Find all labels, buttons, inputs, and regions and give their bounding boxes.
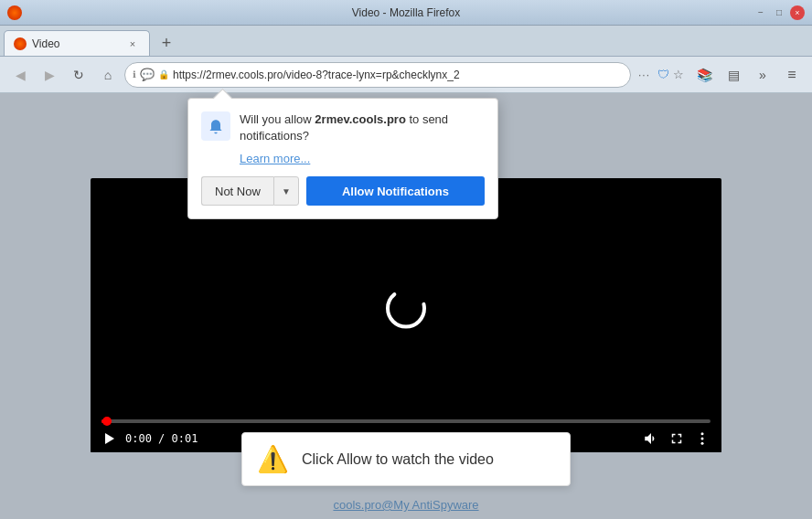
minimize-button[interactable]: − — [753, 5, 768, 20]
tab-close-button[interactable]: × — [125, 37, 140, 51]
tabbar: Video × + — [0, 26, 812, 57]
fullscreen-button[interactable] — [668, 430, 685, 447]
tab-label: Video — [32, 37, 120, 50]
menu-button[interactable]: ≡ — [779, 62, 805, 88]
sidebar-icon[interactable]: ▤ — [721, 62, 746, 88]
toolbar-right: 📚 ▤ » ≡ — [691, 62, 805, 88]
extensions-icon[interactable]: » — [750, 62, 775, 88]
loading-spinner — [383, 286, 429, 335]
not-now-dropdown-button[interactable]: ▼ — [273, 176, 299, 206]
reload-button[interactable]: ↻ — [66, 62, 91, 88]
active-tab[interactable]: Video × — [4, 30, 150, 56]
play-button[interactable] — [102, 431, 116, 446]
window-title: Video - Mozilla Firefox — [352, 6, 461, 19]
popup-header: Will you allow 2rmev.cools.pro to send n… — [201, 111, 485, 144]
navbar: ◀ ▶ ↻ ⌂ ℹ 💬 🔒 https://2rmev.cools.pro/vi… — [0, 57, 812, 93]
titlebar-controls: − □ × — [753, 5, 805, 20]
url-text: https://2rmev.cools.pro/video-8?trace-ly… — [173, 69, 623, 81]
home-button[interactable]: ⌂ — [95, 62, 121, 88]
notification-popup: Will you allow 2rmev.cools.pro to send n… — [187, 98, 498, 219]
more-options-button[interactable] — [694, 430, 710, 447]
progress-dot — [102, 417, 112, 426]
page-content: Will you allow 2rmev.cools.pro to send n… — [0, 93, 812, 519]
allow-notifications-button[interactable]: Allow Notifications — [306, 176, 485, 206]
notification-bell-icon — [201, 111, 230, 141]
message-icon: 💬 — [140, 68, 155, 81]
warning-icon: ⚠️ — [257, 444, 289, 474]
not-now-button[interactable]: Not Now — [201, 176, 273, 206]
close-button[interactable]: × — [790, 5, 805, 20]
controls-right — [643, 430, 710, 447]
tab-favicon-icon — [14, 37, 27, 50]
svg-marker-1 — [105, 433, 114, 444]
new-tab-button[interactable]: + — [154, 30, 179, 56]
svg-point-4 — [701, 442, 704, 445]
shield-icon[interactable]: 🛡 — [657, 68, 669, 81]
info-icon: ℹ — [133, 69, 136, 79]
maximize-button[interactable]: □ — [772, 5, 786, 20]
volume-button[interactable] — [643, 430, 659, 447]
bookmark-icon[interactable]: ☆ — [673, 68, 684, 81]
titlebar: Video - Mozilla Firefox − □ × — [0, 0, 812, 26]
click-allow-banner: ⚠️ Click Allow to watch the video — [241, 432, 571, 486]
popup-buttons: Not Now ▼ Allow Notifications — [201, 176, 485, 206]
progress-bar[interactable] — [102, 419, 710, 423]
svg-point-2 — [701, 432, 704, 435]
firefox-logo-icon — [7, 5, 22, 20]
titlebar-left — [7, 5, 29, 20]
footer-link[interactable]: cools.pro@My AntiSpyware — [333, 498, 478, 512]
banner-text: Click Allow to watch the video — [302, 451, 494, 468]
forward-button[interactable]: ▶ — [37, 62, 62, 88]
lock-icon: 🔒 — [158, 69, 169, 79]
svg-point-0 — [388, 291, 424, 327]
svg-point-3 — [701, 438, 704, 440]
learn-more-link[interactable]: Learn more... — [240, 152, 485, 165]
url-bar[interactable]: ℹ 💬 🔒 https://2rmev.cools.pro/video-8?tr… — [124, 62, 631, 88]
back-button[interactable]: ◀ — [7, 62, 33, 88]
popup-text: Will you allow 2rmev.cools.pro to send n… — [240, 111, 485, 144]
controls-left: 0:00 / 0:01 — [102, 431, 198, 446]
library-icon[interactable]: 📚 — [691, 62, 717, 88]
url-more-button[interactable]: ··· — [638, 69, 650, 81]
video-time: 0:00 / 0:01 — [125, 432, 198, 445]
